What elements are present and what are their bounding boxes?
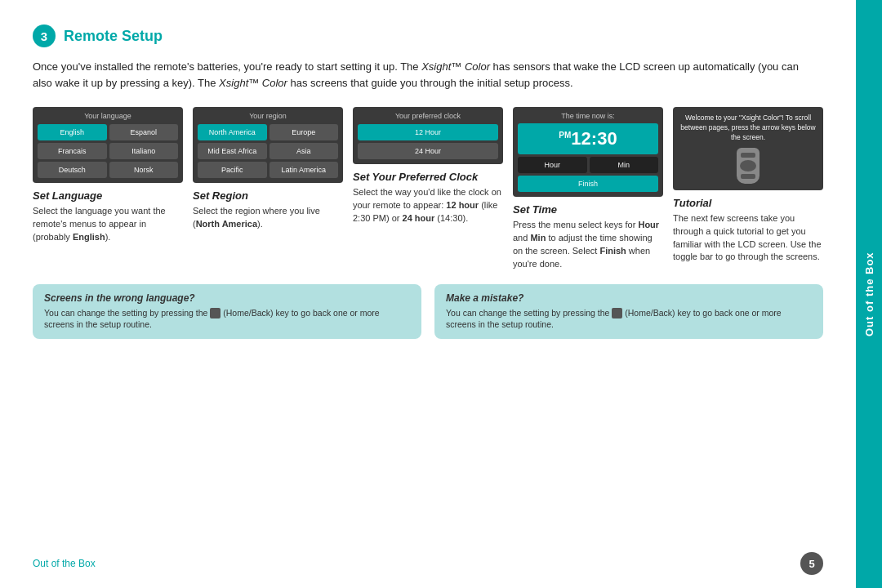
region-col: Your region North America Europe Mid Eas…: [193, 107, 343, 271]
hour-btn[interactable]: Hour: [518, 157, 587, 173]
wrong-language-tip-text: You can change the setting by pressing t…: [44, 307, 410, 331]
tutorial-caption-title: Tutorial: [673, 197, 711, 209]
language-caption-text: Select the language you want the remote'…: [33, 205, 183, 244]
mistake-tip-text: You can change the setting by pressing t…: [446, 307, 812, 331]
home-icon-2: [612, 308, 622, 318]
remote-btn-bottom: [741, 174, 755, 179]
tutorial-screen-text: Welcome to your "Xsight Color"! To scrol…: [679, 114, 817, 143]
clock-caption-text: Select the way you'd like the clock on y…: [353, 186, 503, 225]
remote-oval: [740, 160, 756, 172]
francais-btn[interactable]: Francais: [38, 143, 107, 159]
north-america-btn[interactable]: North America: [198, 124, 267, 140]
hour-min-row: Hour Min: [518, 157, 658, 173]
hour12-btn[interactable]: 12 Hour: [358, 124, 498, 140]
home-icon: [210, 308, 220, 318]
clock-col: Your preferred clock 12 Hour 24 Hour Set…: [353, 107, 503, 271]
main-content: 3 Remote Setup Once you've installed the…: [0, 0, 856, 588]
time-col: The time now is: PM12:30 Hour Min Finish…: [513, 107, 663, 271]
language-screen-label: Your language: [38, 112, 178, 120]
english-btn[interactable]: English: [38, 124, 107, 140]
remote-shape: [737, 148, 760, 184]
time-caption-text: Press the menu select keys for Hour and …: [513, 219, 663, 271]
wrong-language-tip-title: Screens in the wrong language?: [44, 292, 410, 304]
mistake-tip-title: Make a mistake?: [446, 292, 812, 304]
screens-row: Your language English Espanol Francais I…: [33, 107, 823, 271]
pacific-btn[interactable]: Pacific: [198, 162, 267, 178]
mistake-tip: Make a mistake? You can change the setti…: [434, 284, 823, 339]
italiano-btn[interactable]: Italiano: [109, 143, 179, 159]
europe-btn[interactable]: Europe: [270, 124, 339, 140]
clock-screen: Your preferred clock 12 Hour 24 Hour: [353, 107, 503, 164]
language-btn-grid: English Espanol Francais Italiano Deutsc…: [38, 124, 178, 178]
norsk-btn[interactable]: Norsk: [109, 162, 179, 178]
tutorial-col: Welcome to your "Xsight Color"! To scrol…: [673, 107, 823, 271]
tutorial-caption-text: The next few screens take you through a …: [673, 212, 823, 265]
mideast-btn[interactable]: Mid East Africa: [198, 143, 267, 159]
language-screen: Your language English Espanol Francais I…: [33, 107, 183, 183]
latin-america-btn[interactable]: Latin America: [270, 162, 339, 178]
tutorial-screen: Welcome to your "Xsight Color"! To scrol…: [673, 107, 823, 190]
region-screen-label: Your region: [198, 112, 338, 120]
time-screen: The time now is: PM12:30 Hour Min Finish: [513, 107, 663, 197]
hour24-btn[interactable]: 24 Hour: [358, 143, 498, 159]
finish-btn[interactable]: Finish: [518, 176, 658, 192]
intro-paragraph: Once you've installed the remote's batte…: [33, 59, 817, 91]
min-btn[interactable]: Min: [590, 157, 659, 173]
espanol-btn[interactable]: Espanol: [109, 124, 179, 140]
region-btn-grid: North America Europe Mid East Africa Asi…: [198, 124, 338, 178]
asia-btn[interactable]: Asia: [270, 143, 339, 159]
time-caption-title: Set Time: [513, 203, 557, 216]
time-value: 12:30: [571, 128, 617, 149]
tutorial-remote-image: [679, 148, 817, 184]
region-caption-text: Select the region where you live (North …: [193, 205, 343, 231]
wrong-language-tip: Screens in the wrong language? You can c…: [33, 284, 421, 339]
step-number: 3: [33, 24, 56, 47]
clock-screen-label: Your preferred clock: [358, 112, 498, 120]
language-col: Your language English Espanol Francais I…: [33, 107, 183, 271]
pm-label: PM: [559, 131, 571, 140]
region-screen: Your region North America Europe Mid Eas…: [193, 107, 343, 183]
section-header: 3 Remote Setup: [33, 24, 823, 47]
footer-label: Out of the Box: [33, 558, 96, 569]
page-number: 5: [800, 552, 823, 575]
clock-btn-grid: 12 Hour 24 Hour: [358, 124, 498, 159]
time-display: PM12:30: [518, 123, 658, 154]
sidebar-tab-label: Out of the Box: [863, 252, 875, 336]
section-title: Remote Setup: [64, 28, 163, 45]
remote-btn-top: [741, 153, 755, 158]
tips-row: Screens in the wrong language? You can c…: [33, 284, 823, 339]
page-wrapper: 3 Remote Setup Once you've installed the…: [0, 0, 882, 588]
sidebar-tab: Out of the Box: [856, 0, 882, 588]
clock-caption-title: Set Your Preferred Clock: [353, 171, 478, 183]
region-caption-title: Set Region: [193, 189, 248, 202]
language-caption-title: Set Language: [33, 189, 102, 202]
deutsch-btn[interactable]: Deutsch: [38, 162, 107, 178]
page-footer: Out of the Box 5: [33, 552, 823, 575]
time-screen-label: The time now is:: [518, 112, 658, 120]
